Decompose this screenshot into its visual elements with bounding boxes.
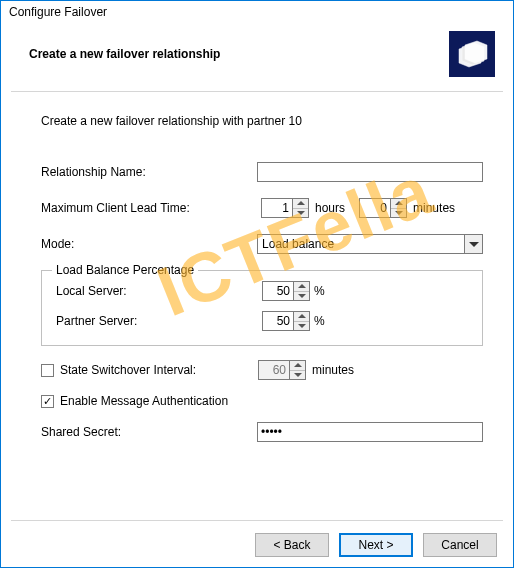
lead-minutes-input[interactable] — [360, 199, 390, 217]
mode-value: Load balance — [258, 237, 338, 251]
chevron-down-icon[interactable] — [464, 235, 482, 253]
spin-up-icon[interactable] — [293, 199, 308, 209]
spin-down-icon[interactable] — [391, 209, 406, 218]
partner-server-label: Partner Server: — [56, 314, 262, 328]
state-switchover-checkbox[interactable] — [41, 364, 54, 377]
dialog-header: Create a new failover relationship — [1, 21, 513, 91]
local-server-spinner[interactable] — [262, 281, 310, 301]
shared-secret-input[interactable] — [257, 422, 483, 442]
folder-stack-icon — [449, 31, 495, 77]
lead-hours-spinner[interactable] — [261, 198, 309, 218]
back-button[interactable]: < Back — [255, 533, 329, 557]
spin-down-icon — [290, 371, 305, 380]
shared-secret-label: Shared Secret: — [41, 425, 257, 439]
state-switchover-spinner — [258, 360, 306, 380]
local-server-input[interactable] — [263, 282, 293, 300]
lead-minutes-spinner[interactable] — [359, 198, 407, 218]
state-switchover-input — [259, 361, 289, 379]
mode-combobox[interactable]: Load balance — [257, 234, 483, 254]
spin-down-icon[interactable] — [294, 322, 309, 331]
dialog-footer: < Back Next > Cancel — [11, 520, 503, 557]
partner-server-input[interactable] — [263, 312, 293, 330]
load-balance-group: Load Balance Percentage Local Server: % … — [41, 270, 483, 346]
spin-up-icon[interactable] — [294, 312, 309, 322]
cancel-button[interactable]: Cancel — [423, 533, 497, 557]
enable-auth-label: Enable Message Authentication — [60, 394, 228, 408]
state-switchover-label: State Switchover Interval: — [60, 363, 258, 377]
local-server-label: Local Server: — [56, 284, 262, 298]
enable-auth-checkbox[interactable] — [41, 395, 54, 408]
spin-down-icon[interactable] — [294, 292, 309, 301]
minutes-unit: minutes — [413, 201, 455, 215]
mode-label: Mode: — [41, 237, 257, 251]
spin-down-icon[interactable] — [293, 209, 308, 218]
percent-sign: % — [314, 314, 325, 328]
max-client-lead-label: Maximum Client Lead Time: — [41, 201, 261, 215]
intro-text: Create a new failover relationship with … — [41, 114, 483, 128]
configure-failover-dialog: Configure Failover Create a new failover… — [0, 0, 514, 568]
header-title: Create a new failover relationship — [29, 47, 220, 61]
group-title: Load Balance Percentage — [52, 263, 198, 277]
lead-hours-input[interactable] — [262, 199, 292, 217]
relationship-name-input[interactable] — [257, 162, 483, 182]
switchover-unit: minutes — [312, 363, 354, 377]
spin-up-icon[interactable] — [391, 199, 406, 209]
partner-server-spinner[interactable] — [262, 311, 310, 331]
dialog-content: Create a new failover relationship with … — [11, 91, 503, 520]
spin-up-icon — [290, 361, 305, 371]
relationship-name-label: Relationship Name: — [41, 165, 257, 179]
next-button[interactable]: Next > — [339, 533, 413, 557]
spin-up-icon[interactable] — [294, 282, 309, 292]
dialog-title: Configure Failover — [1, 1, 513, 21]
hours-unit: hours — [315, 201, 345, 215]
percent-sign: % — [314, 284, 325, 298]
